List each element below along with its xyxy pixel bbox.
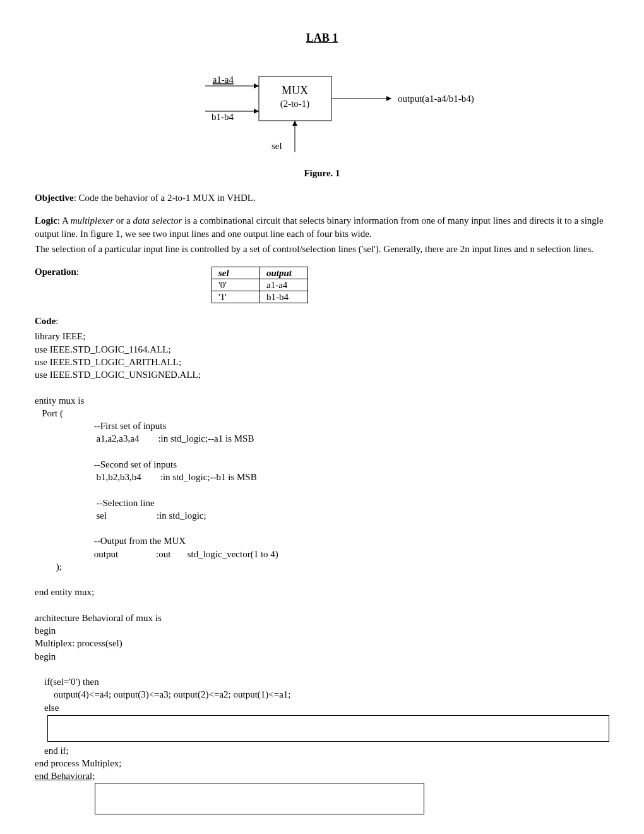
code-block-end: end if; end process Multiplex; end Behav… <box>35 744 609 783</box>
logic-para-2: The selection of a particular input line… <box>35 243 609 255</box>
svg-marker-8 <box>292 121 297 126</box>
output-label: output(a1-a4/b1-b4) <box>398 94 474 104</box>
mux-box-line2: (2-to-1) <box>280 99 310 109</box>
table-row: '1' b1-b4 <box>212 291 308 303</box>
objective-label: Objective <box>35 193 74 203</box>
code-label: Code <box>35 316 56 326</box>
table-header-output: output <box>260 267 308 279</box>
operation-table: sel output '0' a1-a4 '1' b1-b4 <box>212 267 308 303</box>
mux-diagram: MUX (2-to-1) a1-a4 b1-b4 output(a1-a4/b1… <box>35 57 609 165</box>
svg-marker-2 <box>254 83 259 88</box>
blank-fill-box-2 <box>95 783 424 814</box>
sel-label: sel <box>271 141 282 151</box>
code-label-line: Code: <box>35 315 609 327</box>
logic-label: Logic <box>35 215 57 226</box>
code-block: library IEEE; use IEEE.STD_LOGIC_1164.AL… <box>35 330 609 714</box>
input-a-label: a1-a4 <box>213 75 234 85</box>
objective-text: : Code the behavior of a 2-to-1 MUX in V… <box>74 193 256 203</box>
table-row: '0' a1-a4 <box>212 279 308 291</box>
svg-marker-6 <box>386 96 391 101</box>
blank-fill-box-1 <box>47 715 609 742</box>
operation-label: Operation <box>35 267 76 277</box>
mux-box-line1: MUX <box>282 84 308 97</box>
logic-para-1: Logic: A multiplexer or a data selector … <box>35 214 609 240</box>
lab-title: LAB 1 <box>35 32 609 45</box>
objective-line: Objective: Code the behavior of a 2-to-1… <box>35 191 609 204</box>
operation-label-wrap: Operation: <box>35 267 212 303</box>
input-b-label: b1-b4 <box>212 112 234 122</box>
table-header-sel: sel <box>212 267 260 279</box>
svg-marker-4 <box>254 109 259 114</box>
figure-caption: Figure. 1 <box>35 168 609 179</box>
